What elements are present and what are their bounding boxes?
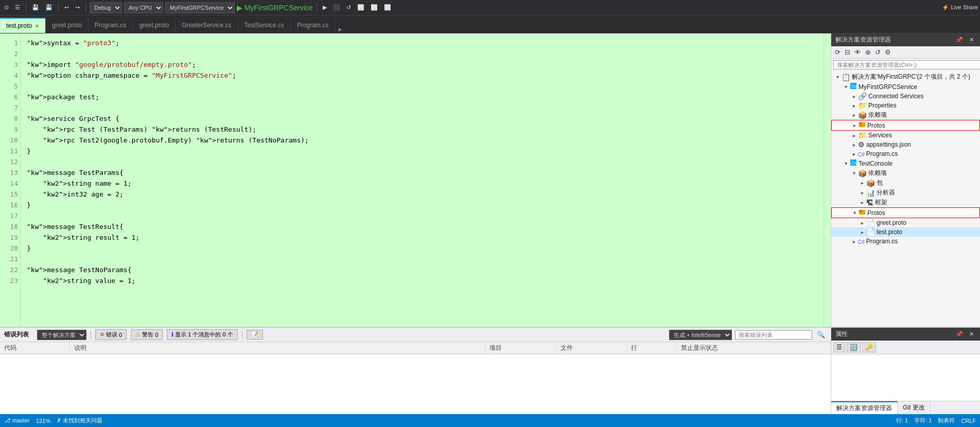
menu-button[interactable]: ☰ bbox=[13, 3, 22, 12]
debug-stop-button[interactable]: ⬛ bbox=[331, 3, 342, 12]
tree-item-deps2[interactable]: ▾📦依赖项 bbox=[831, 168, 980, 178]
undo-button[interactable]: ↩ bbox=[62, 3, 71, 12]
tree-arrow-services[interactable]: ▸ bbox=[850, 133, 858, 138]
tree-arrow-deps1[interactable]: ▸ bbox=[850, 112, 858, 118]
col-file: 文件 bbox=[556, 342, 627, 354]
spaces-indicator: 制表符 bbox=[938, 417, 955, 424]
tab-greeter-service[interactable]: GreeterService.cs bbox=[176, 17, 238, 33]
close-test-proto-icon[interactable]: ✕ bbox=[35, 23, 39, 29]
collapse-all-button[interactable]: ⊟ bbox=[843, 47, 852, 57]
filter-button[interactable]: ⊕ bbox=[864, 47, 872, 57]
editor-scrollbar[interactable] bbox=[824, 33, 831, 327]
tree-arrow-proj2[interactable]: ▾ bbox=[842, 161, 850, 166]
error-count-button[interactable]: ✕ 错误 0 bbox=[95, 329, 127, 340]
tab-greet-proto-2[interactable]: greet.proto bbox=[133, 17, 176, 33]
svg-rect-7 bbox=[859, 210, 862, 212]
tab-program-cs-1-label: Program.cs bbox=[95, 22, 126, 29]
back-button[interactable]: ⊙ bbox=[2, 3, 11, 12]
toolbar-misc-2[interactable]: ⬜ bbox=[369, 3, 380, 12]
properties-close-button[interactable]: ✕ bbox=[967, 330, 976, 339]
tree-item-properties[interactable]: ▸📁Properties bbox=[831, 101, 980, 110]
tree-label-test_proto: test.proto bbox=[877, 228, 902, 236]
tree-arrow-test_proto[interactable]: ▸ bbox=[858, 229, 866, 235]
tree-arrow-program1[interactable]: ▸ bbox=[850, 151, 858, 157]
tree-item-solution[interactable]: ▾📋解决方案'MyFirstGRPC'(2 个项目，共 2 个) bbox=[831, 72, 980, 82]
tab-test-service[interactable]: TestService.cs bbox=[238, 17, 291, 33]
line-number-21: 21 bbox=[2, 254, 18, 264]
solution-panel-title: 解决方案资源管理器 bbox=[835, 35, 891, 44]
warning-icon: ⚠ bbox=[135, 331, 141, 338]
tree-item-services[interactable]: ▸📁Services bbox=[831, 131, 980, 140]
tab-scroll-right[interactable]: ▸ bbox=[335, 26, 345, 33]
solution-search-input[interactable] bbox=[833, 60, 980, 69]
tree-arrow-program2[interactable]: ▸ bbox=[850, 239, 858, 244]
tree-item-proj2[interactable]: ▾C#TestConsole bbox=[831, 158, 980, 168]
tab-git-changes[interactable]: Git 更改 bbox=[898, 401, 931, 414]
intellisense-icon[interactable]: 📝 bbox=[247, 330, 263, 340]
solution-tree: ▾📋解决方案'MyFirstGRPC'(2 个项目，共 2 个)▾C#MyFir… bbox=[831, 71, 980, 327]
toolbar-misc-3[interactable]: ⬜ bbox=[382, 3, 393, 12]
tree-item-appsettings[interactable]: ▸⚙appsettings.json bbox=[831, 140, 980, 149]
tree-arrow-properties[interactable]: ▸ bbox=[850, 103, 858, 109]
tree-arrow-protos1[interactable]: ▸ bbox=[850, 122, 859, 128]
tree-item-connected[interactable]: ▸🔗Connected Services bbox=[831, 92, 980, 101]
tree-arrow-pkg[interactable]: ▸ bbox=[858, 180, 866, 186]
refresh-button[interactable]: ↺ bbox=[873, 47, 882, 57]
tab-program-cs-1[interactable]: Program.cs bbox=[89, 17, 133, 33]
tree-item-framework[interactable]: ▸🏗框架 bbox=[831, 198, 980, 207]
warning-count-button[interactable]: ⚠ 警告 0 bbox=[131, 329, 163, 340]
tree-arrow-framework[interactable]: ▸ bbox=[858, 200, 866, 205]
toolbar-sep-4 bbox=[317, 3, 317, 12]
run-button[interactable]: ▶ MyFirstGRPCService bbox=[237, 4, 313, 12]
tab-greet-proto-1[interactable]: greet.proto bbox=[46, 17, 89, 33]
tree-item-greet_proto[interactable]: ▸📄greet.proto bbox=[831, 218, 980, 227]
error-search-input[interactable] bbox=[735, 330, 812, 340]
error-search-button[interactable]: 🔍 bbox=[815, 330, 827, 340]
prop-key-button[interactable]: 🔑 bbox=[862, 342, 876, 352]
tab-program-cs-2[interactable]: Program.cs bbox=[291, 17, 335, 33]
info-count-button[interactable]: ℹ 显示 1 个消息中的 0 个 bbox=[167, 329, 237, 340]
tree-item-program2[interactable]: ▸C#Program.cs bbox=[831, 237, 980, 246]
save-all-button[interactable]: 💾 bbox=[43, 3, 55, 12]
tree-item-deps1[interactable]: ▸📦依赖项 bbox=[831, 110, 980, 120]
tab-solution-explorer[interactable]: 解决方案资源管理器 bbox=[831, 401, 898, 414]
properties-pin-button[interactable]: 📌 bbox=[954, 330, 965, 339]
debug-restart-button[interactable]: ↺ bbox=[344, 3, 353, 12]
tree-item-protos2[interactable]: ▾Protos bbox=[831, 207, 980, 218]
debug-dropdown[interactable]: Debug bbox=[90, 2, 122, 13]
project-dropdown[interactable]: MyFirstGRPCService bbox=[165, 2, 235, 13]
debug-start-button[interactable]: ▶ bbox=[321, 3, 329, 12]
tree-arrow-solution[interactable]: ▾ bbox=[833, 74, 842, 80]
tree-arrow-deps2[interactable]: ▾ bbox=[850, 170, 858, 176]
tree-item-pkg[interactable]: ▸📦包 bbox=[831, 178, 980, 188]
show-all-button[interactable]: 👁 bbox=[853, 47, 863, 57]
tree-arrow-connected[interactable]: ▸ bbox=[850, 94, 858, 99]
panel-close-button[interactable]: ✕ bbox=[967, 35, 976, 44]
settings-button[interactable]: ⚙ bbox=[883, 47, 892, 57]
build-filter-dropdown[interactable]: 生成 + IntelliSense bbox=[669, 330, 732, 340]
redo-button[interactable]: ↪ bbox=[73, 3, 82, 12]
tree-item-proj1[interactable]: ▾C#MyFirstGRPCService bbox=[831, 82, 980, 92]
tree-item-protos1[interactable]: ▸Protos bbox=[831, 120, 980, 131]
tree-arrow-greet_proto[interactable]: ▸ bbox=[858, 220, 866, 226]
tree-label-deps1: 依赖项 bbox=[868, 111, 887, 119]
cpu-dropdown[interactable]: Any CPU bbox=[124, 2, 163, 13]
tree-item-analyzer[interactable]: ▸📊分析器 bbox=[831, 188, 980, 198]
tree-item-test_proto[interactable]: ▸📄test.proto bbox=[831, 227, 980, 237]
live-share-button[interactable]: ⚡ Live Share bbox=[942, 4, 978, 11]
tree-item-program1[interactable]: ▸C#Program.cs bbox=[831, 149, 980, 158]
tree-label-analyzer: 分析器 bbox=[877, 188, 895, 197]
toolbar-misc-1[interactable]: ⬜ bbox=[355, 3, 366, 12]
save-button[interactable]: 💾 bbox=[30, 3, 41, 12]
sync-button[interactable]: ⟳ bbox=[833, 47, 842, 57]
tree-arrow-protos2[interactable]: ▾ bbox=[850, 210, 859, 216]
error-scope-dropdown[interactable]: 整个解决方案 bbox=[37, 330, 86, 340]
tree-arrow-proj1[interactable]: ▾ bbox=[842, 84, 850, 90]
tree-arrow-analyzer[interactable]: ▸ bbox=[858, 190, 866, 195]
panel-pin-button[interactable]: 📌 bbox=[954, 35, 965, 44]
tab-test-proto[interactable]: test.proto ✕ bbox=[0, 17, 46, 33]
prop-grid-button[interactable]: ☰ bbox=[833, 342, 845, 352]
prop-sort-button[interactable]: 🔠 bbox=[847, 342, 861, 352]
code-content[interactable]: "kw">syntax = "proto3"; "kw">import "goo… bbox=[21, 33, 824, 327]
tree-arrow-appsettings[interactable]: ▸ bbox=[850, 142, 858, 148]
